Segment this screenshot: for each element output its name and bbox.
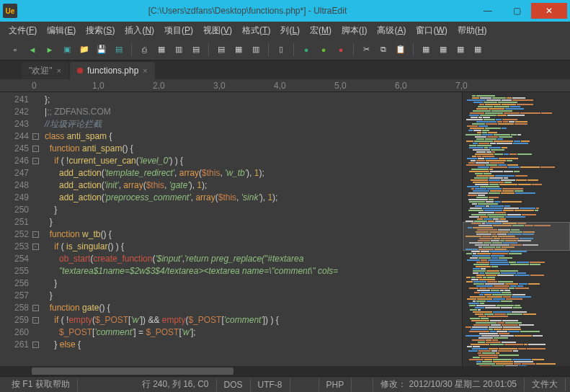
list2-icon[interactable]: ▦ [232,43,245,56]
status-encoding[interactable]: UTF-8 [251,378,290,391]
tab-close-icon[interactable]: × [143,66,147,75]
save-icon[interactable]: 💾 [95,43,108,56]
status-help: 按 F1 获取帮助 [4,378,78,391]
status-language[interactable]: PHP [319,378,352,391]
editor-area: 2412422432442452462472482492502512522532… [0,92,570,366]
paste-icon[interactable]: 📋 [394,43,407,56]
status-eol[interactable]: DOS [217,378,251,391]
uf-icon[interactable]: ● [317,43,330,56]
fold-marker[interactable]: - [32,244,39,250]
menu-i[interactable]: 脚本(I) [342,24,367,37]
open-icon[interactable]: ▣ [61,43,74,56]
menu-v[interactable]: 视图(V) [203,24,232,37]
page-icon[interactable]: ▯ [275,43,288,56]
editor[interactable]: 2412422432442452462472482492502512522532… [0,92,462,366]
tool4-icon[interactable]: ▦ [471,43,484,56]
app-logo: Ue [3,4,17,18]
menu-t[interactable]: 格式(T) [242,24,270,37]
uc-icon[interactable]: ● [300,43,313,56]
menu-h[interactable]: 帮助(H) [458,24,487,37]
doc2-icon[interactable]: ▤ [190,43,202,56]
folder-icon[interactable]: 📁 [78,43,91,56]
fold-gutter[interactable]: -------- [30,92,40,366]
menu-f[interactable]: 文件(F) [9,24,37,37]
status-modified: 修改： 2012/10/30 星期二 20:01:05 [373,378,525,391]
tab-close-icon[interactable]: × [57,66,61,75]
list1-icon[interactable]: ▤ [215,43,228,56]
tab-0[interactable]: "欢迎"× [22,62,68,79]
menu-bar: 文件(F)编辑(E)搜索(S)插入(N)项目(P)视图(V)格式(T)列(L)宏… [0,22,570,39]
close-button[interactable]: ✕ [531,3,567,19]
horizontal-scrollbar[interactable] [0,366,570,376]
fold-marker[interactable]: - [32,231,39,238]
cut-icon[interactable]: ✂ [360,43,373,56]
fold-marker[interactable]: - [32,317,39,324]
minimap-viewport[interactable] [463,222,570,251]
saveall-icon[interactable]: ▤ [112,43,125,56]
doc1-icon[interactable]: ▥ [172,43,185,56]
window-buttons: — ▢ ✕ [473,3,567,19]
minimap[interactable] [462,92,570,366]
title-bar: Ue [C:\Users\zdfans\Desktop\functions.ph… [0,0,570,22]
back-icon[interactable]: ◄ [26,43,39,56]
ruler: 01,02,03,04,05,06,07,0 [0,79,570,92]
print-icon[interactable]: ⎙ [138,43,151,56]
fold-marker[interactable]: - [32,342,39,348]
menu-m[interactable]: 宏(M) [310,24,331,37]
status-position[interactable]: 行 240, 列 16, C0 [135,378,217,391]
list3-icon[interactable]: ▥ [249,43,262,56]
us-icon[interactable]: ● [334,43,347,56]
menu-a[interactable]: 高级(A) [377,24,406,37]
fold-marker[interactable]: - [32,146,39,152]
toolbar: ▫◄►▣📁💾▤⎙▦▥▤▤▦▥▯●●●✂⧉📋▦▦▦▦ [0,39,570,61]
tool2-icon[interactable]: ▦ [437,43,450,56]
maximize-button[interactable]: ▢ [502,3,531,19]
new-file-icon[interactable]: ▫ [9,43,22,56]
scrollbar-thumb[interactable] [32,368,233,375]
tab-1[interactable]: functions.php× [70,62,155,79]
forward-icon[interactable]: ► [43,43,56,56]
code-view[interactable]: };|;; ZDFANS.COM//垃圾评论拦截class anti_spam … [40,92,462,366]
menu-e[interactable]: 编辑(E) [47,24,76,37]
tab-label: "欢迎" [29,65,53,77]
copy-icon[interactable]: ⧉ [377,43,390,56]
minimize-button[interactable]: — [473,3,502,19]
menu-s[interactable]: 搜索(S) [86,24,115,37]
tab-strip: "欢迎"×functions.php× [0,61,570,79]
line-gutter: 2412422432442452462472482492502512522532… [0,92,30,366]
modified-dot-icon [77,68,83,74]
window-title: [C:\Users\zdfans\Desktop\functions.php*]… [22,6,473,16]
status-bar: 按 F1 获取帮助 行 240, 列 16, C0 DOS UTF-8 PHP … [0,376,570,392]
preview-icon[interactable]: ▦ [155,43,168,56]
menu-w[interactable]: 窗口(W) [416,24,447,37]
fold-marker[interactable]: - [32,305,39,311]
menu-n[interactable]: 插入(N) [125,24,154,37]
menu-p[interactable]: 项目(P) [164,24,193,37]
tool1-icon[interactable]: ▦ [419,43,432,56]
tab-label: functions.php [87,66,138,76]
status-filesize: 文件大 [525,378,566,391]
fold-marker[interactable]: - [32,158,39,164]
menu-l[interactable]: 列(L) [280,24,300,37]
tool3-icon[interactable]: ▦ [454,43,467,56]
fold-marker[interactable]: - [32,133,39,140]
